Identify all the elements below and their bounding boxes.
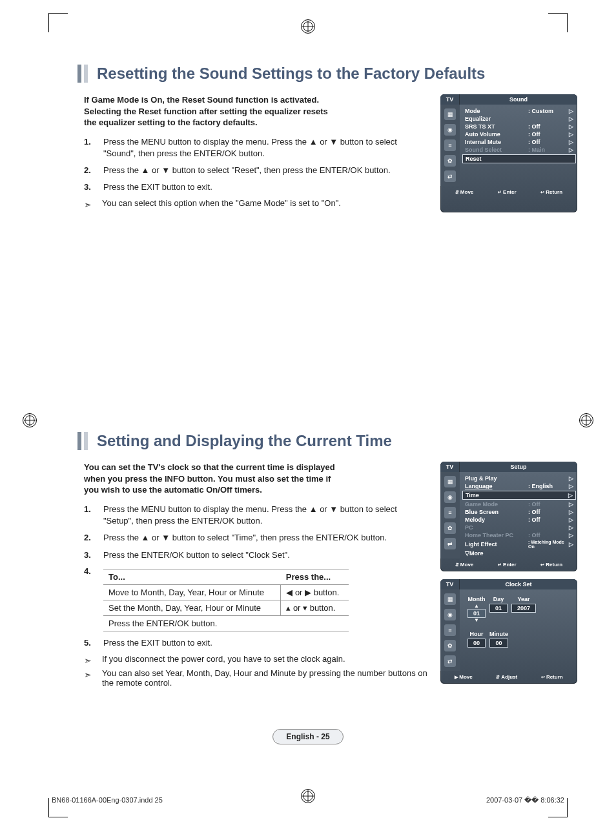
osd-sound-title: Sound bbox=[460, 94, 577, 105]
footer-return: Return bbox=[540, 562, 562, 568]
osd-row: Auto Volume: Off▷ bbox=[465, 130, 573, 138]
osd-row: ▽More bbox=[465, 549, 573, 557]
section-set-time: Setting and Displaying the Current Time … bbox=[39, 432, 577, 690]
registration-mark-bottom bbox=[301, 789, 315, 803]
footer-enter: Enter bbox=[498, 562, 516, 568]
td-3-1: Press the ENTER/OK button. bbox=[103, 615, 349, 631]
cropmark-top-left bbox=[48, 13, 68, 32]
th-press: Press the... bbox=[281, 569, 349, 584]
s2-note-2: ➣ You can also set Year, Month, Day, Hou… bbox=[84, 668, 429, 688]
osd-tv-label: TV bbox=[440, 462, 460, 472]
osd-row: Melody: Off▷ bbox=[465, 516, 573, 524]
title-accent-light bbox=[84, 432, 88, 450]
osd-row: Sound Select: Main▷ bbox=[465, 146, 573, 154]
title-accent-light bbox=[84, 65, 88, 83]
s2-step-4: 4. To... Press the... Move to Month, Day… bbox=[84, 566, 429, 631]
osd-row: Reset bbox=[462, 154, 576, 163]
cropmark-bottom-right bbox=[548, 798, 568, 817]
channel-icon: ≡ bbox=[444, 507, 456, 518]
step-2: Press the ▲ or ▼ button to select "Reset… bbox=[84, 165, 429, 176]
osd-category-icons: ▦ ◉ ≡ ✿ ⇄ bbox=[440, 589, 460, 671]
step-1: Press the MENU button to display the men… bbox=[84, 136, 429, 159]
footer-return: Return bbox=[540, 189, 562, 195]
cropmark-top-right bbox=[548, 13, 568, 32]
s2-note-1: ➣ If you disconnect the power cord, you … bbox=[84, 654, 429, 666]
osd-footer: Move Adjust Return bbox=[440, 671, 577, 681]
section-reset-sound: Resetting the Sound Settings to the Fact… bbox=[39, 65, 577, 212]
osd-tv-label: TV bbox=[440, 94, 460, 105]
osd-row: PC▷ bbox=[465, 524, 573, 531]
osd-row: Game Mode: Off▷ bbox=[465, 500, 573, 508]
footer-move: Move bbox=[455, 674, 472, 680]
osd-setup-menu: TV Setup ▦ ◉ ≡ ✿ ⇄ Plug & Play▷Language:… bbox=[440, 462, 577, 571]
section1-title-bar: Resetting the Sound Settings to the Fact… bbox=[77, 65, 577, 83]
osd-clockset-menu: TV Clock Set ▦ ◉ ≡ ✿ ⇄ Month▲01▼Day01Yea… bbox=[440, 579, 577, 684]
title-accent-dark bbox=[77, 432, 81, 450]
td-2-2: ▴ or ▾ button. bbox=[281, 600, 349, 615]
osd-category-icons: ▦ ◉ ≡ ✿ ⇄ bbox=[440, 472, 460, 558]
osd-clockset-title: Clock Set bbox=[460, 579, 577, 589]
osd-sound-items: Mode: Custom▷Equalizer▷SRS TS XT: Off▷Au… bbox=[460, 105, 577, 186]
osd-row: Time▷ bbox=[462, 491, 576, 500]
section1-steps: Press the MENU button to display the men… bbox=[84, 136, 429, 194]
picture-icon: ▦ bbox=[444, 593, 456, 605]
section1-note: ➣ You can select this option when the "G… bbox=[84, 198, 429, 210]
osd-setup-items: Plug & Play▷Language: English▷Time▷Game … bbox=[460, 472, 577, 558]
osd-footer: Move Enter Return bbox=[440, 558, 577, 569]
setup-icon: ✿ bbox=[444, 522, 456, 534]
note-pointer-icon: ➣ bbox=[84, 200, 96, 210]
clock-field-hour: Hour00 bbox=[467, 631, 486, 648]
instruction-table: To... Press the... Move to Month, Day, Y… bbox=[103, 569, 349, 631]
osd-row: Plug & Play▷ bbox=[465, 475, 573, 482]
footer-enter: Enter bbox=[498, 189, 516, 195]
clock-field-month: Month▲01▼ bbox=[467, 596, 486, 623]
osd-clock-fields: Month▲01▼Day01Year2007Hour00Minute00 bbox=[460, 589, 577, 671]
sound-icon: ◉ bbox=[444, 609, 456, 620]
osd-row: Language: English▷ bbox=[465, 482, 573, 490]
note-pointer-icon: ➣ bbox=[84, 670, 96, 680]
osd-row: Equalizer▷ bbox=[465, 115, 573, 123]
osd-row: Internal Mute: Off▷ bbox=[465, 138, 573, 146]
s2-step-5: 5. Press the EXIT button to exit. bbox=[84, 638, 429, 648]
picture-icon: ▦ bbox=[444, 476, 456, 487]
registration-mark-left bbox=[23, 413, 37, 427]
footer-move: Move bbox=[455, 562, 473, 568]
clock-field-day: Day01 bbox=[489, 596, 508, 623]
osd-sound-menu: TV Sound ▦ ◉ ≡ ✿ ⇄ Mode: Custom▷Equalize… bbox=[440, 94, 577, 212]
osd-row: Light Effect: Watching Mode On▷ bbox=[465, 539, 573, 549]
page-number-pill: English - 25 bbox=[272, 729, 343, 744]
osd-row: Mode: Custom▷ bbox=[465, 107, 573, 115]
td-1-2: ◀ or ▶ button. bbox=[281, 584, 349, 600]
sound-icon: ◉ bbox=[444, 491, 456, 503]
td-1-1: Move to Month, Day, Year, Hour or Minute bbox=[103, 584, 281, 600]
osd-footer: Move Enter Return bbox=[440, 186, 577, 196]
print-file-name: BN68-01166A-00Eng-0307.indd 25 bbox=[52, 796, 163, 804]
sound-icon: ◉ bbox=[444, 124, 456, 136]
s2-step-3: Press the ENTER/OK button to select "Clo… bbox=[84, 549, 429, 561]
step-3: Press the EXIT button to exit. bbox=[84, 181, 429, 193]
osd-tv-label: TV bbox=[440, 579, 460, 589]
channel-icon: ≡ bbox=[444, 624, 456, 636]
section2-intro: You can set the TV's clock so that the c… bbox=[84, 462, 342, 496]
title-accent-dark bbox=[77, 65, 81, 83]
input-icon: ⇄ bbox=[444, 538, 456, 549]
section2-steps: Press the MENU button to display the men… bbox=[84, 504, 429, 561]
td-2-1: Set the Month, Day, Year, Hour or Minute bbox=[103, 600, 281, 615]
section2-title-bar: Setting and Displaying the Current Time bbox=[77, 432, 577, 450]
setup-icon: ✿ bbox=[444, 640, 456, 651]
footer-return: Return bbox=[541, 674, 563, 680]
cropmark-bottom-left bbox=[48, 798, 68, 817]
channel-icon: ≡ bbox=[444, 139, 456, 151]
registration-mark-top bbox=[301, 19, 315, 34]
registration-mark-right bbox=[579, 413, 593, 427]
osd-row: Home Theater PC: Off▷ bbox=[465, 531, 573, 539]
section1-title: Resetting the Sound Settings to the Fact… bbox=[97, 65, 485, 83]
osd-category-icons: ▦ ◉ ≡ ✿ ⇄ bbox=[440, 105, 460, 186]
footer-adjust: Adjust bbox=[496, 674, 517, 680]
input-icon: ⇄ bbox=[444, 170, 456, 182]
page-footer: English - 25 bbox=[39, 729, 577, 744]
osd-row: SRS TS XT: Off▷ bbox=[465, 123, 573, 130]
section1-intro: If Game Mode is On, the Reset Sound func… bbox=[84, 94, 342, 128]
footer-move: Move bbox=[455, 189, 473, 195]
osd-setup-title: Setup bbox=[460, 462, 577, 472]
